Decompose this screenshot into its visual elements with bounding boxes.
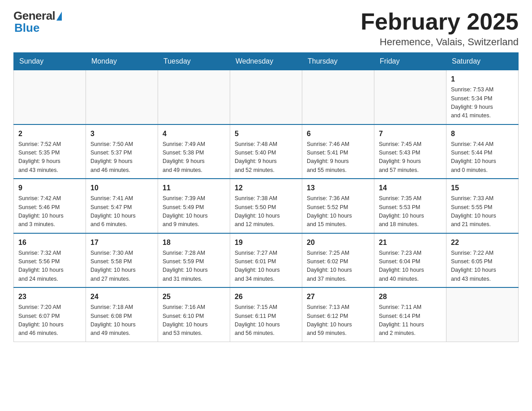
day-info: Sunrise: 7:41 AM Sunset: 5:47 PM Dayligh… — [90, 194, 153, 229]
day-number: 20 — [307, 237, 369, 248]
day-number: 11 — [163, 183, 225, 193]
calendar-week-row: 2Sunrise: 7:52 AM Sunset: 5:35 PM Daylig… — [14, 124, 519, 179]
day-number: 22 — [451, 237, 514, 248]
calendar-body: 1Sunrise: 7:53 AM Sunset: 5:34 PM Daylig… — [14, 70, 519, 342]
day-info: Sunrise: 7:38 AM Sunset: 5:50 PM Dayligh… — [235, 194, 297, 229]
logo-blue-text: Blue — [13, 21, 39, 35]
day-number: 13 — [307, 183, 369, 193]
day-info: Sunrise: 7:53 AM Sunset: 5:34 PM Dayligh… — [451, 86, 514, 120]
calendar-day-cell: 10Sunrise: 7:41 AM Sunset: 5:47 PM Dayli… — [86, 179, 158, 233]
day-number: 8 — [451, 128, 514, 139]
calendar-week-row: 9Sunrise: 7:42 AM Sunset: 5:46 PM Daylig… — [14, 179, 519, 233]
calendar-day-cell — [158, 70, 230, 124]
calendar-day-cell: 17Sunrise: 7:30 AM Sunset: 5:58 PM Dayli… — [86, 233, 158, 288]
day-number: 3 — [90, 128, 153, 139]
day-info: Sunrise: 7:52 AM Sunset: 5:35 PM Dayligh… — [18, 140, 81, 175]
calendar-day-cell: 3Sunrise: 7:50 AM Sunset: 5:37 PM Daylig… — [86, 124, 158, 179]
day-info: Sunrise: 7:23 AM Sunset: 6:04 PM Dayligh… — [379, 249, 442, 284]
calendar-week-row: 23Sunrise: 7:20 AM Sunset: 6:07 PM Dayli… — [14, 287, 519, 342]
calendar-day-cell — [302, 70, 374, 124]
calendar-day-cell: 2Sunrise: 7:52 AM Sunset: 5:35 PM Daylig… — [14, 124, 86, 179]
day-info: Sunrise: 7:22 AM Sunset: 6:05 PM Dayligh… — [451, 249, 514, 284]
logo: General Blue — [13, 9, 63, 35]
day-info: Sunrise: 7:36 AM Sunset: 5:52 PM Dayligh… — [307, 194, 369, 229]
title-block: February 2025 Heremence, Valais, Switzer… — [360, 9, 519, 48]
calendar-day-cell: 5Sunrise: 7:48 AM Sunset: 5:40 PM Daylig… — [230, 124, 302, 179]
day-info: Sunrise: 7:11 AM Sunset: 6:14 PM Dayligh… — [379, 303, 442, 338]
day-info: Sunrise: 7:28 AM Sunset: 5:59 PM Dayligh… — [163, 249, 225, 284]
calendar-day-cell: 4Sunrise: 7:49 AM Sunset: 5:38 PM Daylig… — [158, 124, 230, 179]
location-title: Heremence, Valais, Switzerland — [360, 36, 519, 48]
day-of-week-header: Sunday — [14, 53, 86, 70]
day-number: 10 — [90, 183, 153, 193]
day-number: 15 — [451, 183, 514, 193]
day-number: 5 — [235, 128, 297, 139]
day-of-week-header: Monday — [86, 53, 158, 70]
day-number: 24 — [90, 291, 153, 302]
calendar-day-cell: 23Sunrise: 7:20 AM Sunset: 6:07 PM Dayli… — [14, 287, 86, 342]
calendar-day-cell: 1Sunrise: 7:53 AM Sunset: 5:34 PM Daylig… — [446, 70, 519, 124]
day-info: Sunrise: 7:15 AM Sunset: 6:11 PM Dayligh… — [235, 303, 297, 338]
calendar-day-cell — [374, 70, 446, 124]
day-number: 9 — [18, 183, 81, 193]
calendar-day-cell: 25Sunrise: 7:16 AM Sunset: 6:10 PM Dayli… — [158, 287, 230, 342]
day-number: 25 — [163, 291, 225, 302]
day-number: 4 — [163, 128, 225, 139]
day-of-week-header: Tuesday — [158, 53, 230, 70]
calendar-day-cell: 12Sunrise: 7:38 AM Sunset: 5:50 PM Dayli… — [230, 179, 302, 233]
calendar-day-cell — [14, 70, 86, 124]
calendar-day-cell: 20Sunrise: 7:25 AM Sunset: 6:02 PM Dayli… — [302, 233, 374, 288]
calendar-week-row: 1Sunrise: 7:53 AM Sunset: 5:34 PM Daylig… — [14, 70, 519, 124]
calendar-day-cell: 22Sunrise: 7:22 AM Sunset: 6:05 PM Dayli… — [446, 233, 519, 288]
calendar-week-row: 16Sunrise: 7:32 AM Sunset: 5:56 PM Dayli… — [14, 233, 519, 288]
day-info: Sunrise: 7:48 AM Sunset: 5:40 PM Dayligh… — [235, 140, 297, 175]
calendar-day-cell: 28Sunrise: 7:11 AM Sunset: 6:14 PM Dayli… — [374, 287, 446, 342]
day-info: Sunrise: 7:46 AM Sunset: 5:41 PM Dayligh… — [307, 140, 369, 175]
day-number: 16 — [18, 237, 81, 248]
logo-triangle-icon — [56, 12, 62, 21]
day-info: Sunrise: 7:33 AM Sunset: 5:55 PM Dayligh… — [451, 194, 514, 229]
calendar-day-cell — [230, 70, 302, 124]
day-number: 19 — [235, 237, 297, 248]
day-number: 14 — [379, 183, 442, 193]
day-info: Sunrise: 7:50 AM Sunset: 5:37 PM Dayligh… — [90, 140, 153, 175]
day-number: 17 — [90, 237, 153, 248]
day-number: 18 — [163, 237, 225, 248]
month-title: February 2025 — [360, 9, 519, 34]
day-info: Sunrise: 7:42 AM Sunset: 5:46 PM Dayligh… — [18, 194, 81, 229]
day-number: 12 — [235, 183, 297, 193]
calendar-day-cell — [86, 70, 158, 124]
day-number: 27 — [307, 291, 369, 302]
calendar-day-cell: 21Sunrise: 7:23 AM Sunset: 6:04 PM Dayli… — [374, 233, 446, 288]
calendar-day-cell: 11Sunrise: 7:39 AM Sunset: 5:49 PM Dayli… — [158, 179, 230, 233]
calendar-day-cell: 6Sunrise: 7:46 AM Sunset: 5:41 PM Daylig… — [302, 124, 374, 179]
calendar-day-cell: 15Sunrise: 7:33 AM Sunset: 5:55 PM Dayli… — [446, 179, 519, 233]
calendar-day-cell: 24Sunrise: 7:18 AM Sunset: 6:08 PM Dayli… — [86, 287, 158, 342]
calendar-day-cell: 7Sunrise: 7:45 AM Sunset: 5:43 PM Daylig… — [374, 124, 446, 179]
day-info: Sunrise: 7:16 AM Sunset: 6:10 PM Dayligh… — [163, 303, 225, 338]
day-number: 6 — [307, 128, 369, 139]
day-of-week-header: Thursday — [302, 53, 374, 70]
day-of-week-header: Saturday — [446, 53, 519, 70]
day-number: 21 — [379, 237, 442, 248]
calendar-day-cell: 14Sunrise: 7:35 AM Sunset: 5:53 PM Dayli… — [374, 179, 446, 233]
calendar-day-cell: 18Sunrise: 7:28 AM Sunset: 5:59 PM Dayli… — [158, 233, 230, 288]
day-number: 2 — [18, 128, 81, 139]
day-of-week-header: Friday — [374, 53, 446, 70]
day-info: Sunrise: 7:44 AM Sunset: 5:44 PM Dayligh… — [451, 140, 514, 175]
calendar-table: SundayMondayTuesdayWednesdayThursdayFrid… — [13, 52, 519, 342]
day-info: Sunrise: 7:45 AM Sunset: 5:43 PM Dayligh… — [379, 140, 442, 175]
day-info: Sunrise: 7:18 AM Sunset: 6:08 PM Dayligh… — [90, 303, 153, 338]
day-number: 7 — [379, 128, 442, 139]
day-info: Sunrise: 7:27 AM Sunset: 6:01 PM Dayligh… — [235, 249, 297, 284]
calendar-header: SundayMondayTuesdayWednesdayThursdayFrid… — [14, 53, 519, 70]
day-info: Sunrise: 7:25 AM Sunset: 6:02 PM Dayligh… — [307, 249, 369, 284]
calendar-day-cell: 13Sunrise: 7:36 AM Sunset: 5:52 PM Dayli… — [302, 179, 374, 233]
page-header: General Blue February 2025 Heremence, Va… — [13, 9, 519, 48]
days-of-week-row: SundayMondayTuesdayWednesdayThursdayFrid… — [14, 53, 519, 70]
day-number: 28 — [379, 291, 442, 302]
day-number: 1 — [451, 74, 514, 85]
day-info: Sunrise: 7:49 AM Sunset: 5:38 PM Dayligh… — [163, 140, 225, 175]
calendar-day-cell: 27Sunrise: 7:13 AM Sunset: 6:12 PM Dayli… — [302, 287, 374, 342]
calendar-day-cell — [446, 287, 519, 342]
